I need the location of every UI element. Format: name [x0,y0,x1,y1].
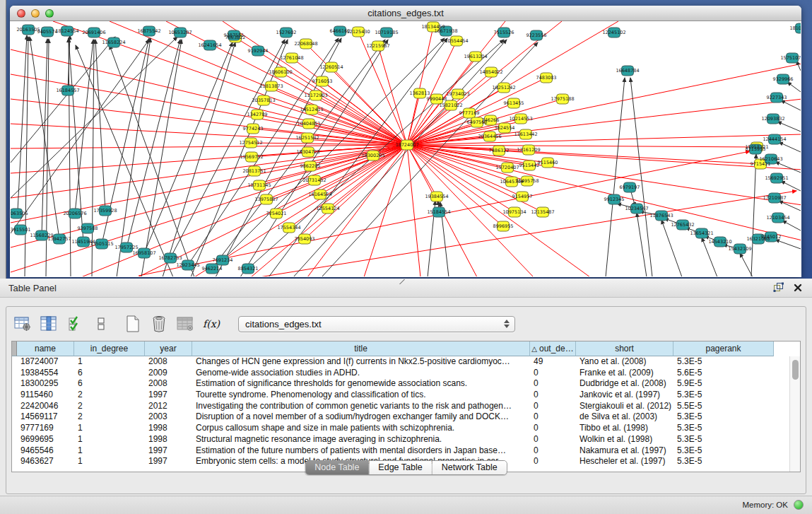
table-row[interactable]: 911546021997Tourette syndrome. Phenomeno… [12,390,789,401]
cell-out-degree[interactable]: 0 [530,445,576,457]
tab-network-table[interactable]: Network Table [433,461,507,474]
cell-pagerank[interactable]: 5.3E-5 [673,356,774,368]
cell-title[interactable]: Disruption of a novel member of a sodium… [192,411,530,423]
column-header-short[interactable]: short [576,341,673,356]
column-header-year[interactable]: year [145,341,192,356]
cell-out-degree[interactable]: 0 [530,378,576,390]
panel-resize-handle[interactable] [399,279,406,284]
table-row[interactable]: 1872400712008Changes of HCN gene express… [12,356,789,368]
table-row[interactable]: 1938455462009Genome-wide association stu… [12,368,789,379]
cell-year[interactable]: 2009 [145,368,192,379]
column-header-in-degree[interactable]: in_degree [74,341,145,356]
cell-short[interactable]: de Silva et al. (2003) [576,411,673,423]
cell-title[interactable]: Estimation of the future numbers of pati… [192,445,530,457]
table-settings-button[interactable] [12,313,33,334]
cell-year[interactable]: 1997 [145,390,192,401]
cell-out-degree[interactable]: 49 [530,356,576,368]
function-builder-button[interactable]: f(x) [201,313,222,334]
cell-name[interactable]: 9699695 [17,434,74,445]
float-window-icon[interactable] [773,282,784,295]
cell-name[interactable]: 9463627 [17,456,74,467]
cell-pagerank[interactable]: 5.3E-5 [673,423,774,434]
memory-ok-indicator[interactable] [794,500,804,510]
table-row[interactable]: 977716911998Corpus callosum shape and si… [12,423,789,434]
cell-title[interactable]: Genome-wide association studies in ADHD. [192,368,530,379]
cell-pagerank[interactable]: 5.5E-5 [673,401,774,412]
cell-short[interactable]: Hescheler et al. (1997) [576,456,673,467]
cell-pagerank[interactable]: 5.3E-5 [673,434,774,445]
cell-pagerank[interactable]: 5.3E-5 [673,411,774,423]
cell-in-degree[interactable]: 1 [74,356,145,368]
scrollbar-thumb[interactable] [792,360,799,380]
tab-edge-table[interactable]: Edge Table [369,461,432,474]
cell-in-degree[interactable]: 2 [74,390,145,401]
cell-short[interactable]: Franke et al. (2009) [576,368,673,379]
table-row[interactable]: 1456911722003Disruption of a novel membe… [12,411,789,423]
cell-out-degree[interactable]: 0 [530,401,576,412]
cell-out-degree[interactable]: 0 [530,456,576,467]
cell-title[interactable]: Structural magnetic resonance image aver… [192,434,530,445]
cell-pagerank[interactable]: 5.6E-5 [673,368,774,379]
cell-name[interactable]: 9465546 [17,445,74,457]
select-all-rows-button[interactable] [64,313,86,334]
table-row[interactable]: 1830029562008Estimation of significance … [12,378,789,390]
cell-in-degree[interactable]: 1 [74,434,145,445]
cell-pagerank[interactable]: 5.3E-5 [673,390,774,401]
table-row[interactable]: 2242004622012Investigating the contribut… [12,401,789,412]
cell-name[interactable]: 19384554 [17,368,74,379]
cell-year[interactable]: 2008 [145,356,192,368]
citation-network-graph[interactable]: 1872400722068048127610481860610021813873… [11,21,801,276]
cell-year[interactable]: 1997 [145,445,192,457]
delete-table-button[interactable] [148,313,170,334]
cell-in-degree[interactable]: 1 [74,456,145,467]
cell-name[interactable]: 14569117 [17,411,74,423]
cell-name[interactable]: 9777169 [17,423,74,434]
cell-in-degree[interactable]: 1 [74,423,145,434]
cell-year[interactable]: 1998 [145,423,192,434]
cell-name[interactable]: 9115460 [17,390,74,401]
cell-year[interactable]: 2008 [145,378,192,390]
cell-year[interactable]: 1997 [145,456,192,467]
cell-title[interactable]: Investigating the contribution of common… [192,401,530,412]
cell-name[interactable]: 18724007 [17,356,74,368]
cell-short[interactable]: Nakamura et al. (1997) [576,445,673,457]
cell-in-degree[interactable]: 2 [74,401,145,412]
column-header-title[interactable]: title [192,341,530,356]
close-panel-icon[interactable] [794,282,802,295]
left-panel-edge[interactable] [0,0,6,279]
cell-title[interactable]: Tourette syndrome. Phenomenology and cla… [192,390,530,401]
select-columns-button[interactable] [38,313,59,334]
tab-node-table[interactable]: Node Table [305,461,369,474]
cell-name[interactable]: 18300295 [17,378,74,390]
cell-pagerank[interactable]: 5.3E-5 [673,456,774,467]
cell-title[interactable]: Changes of HCN gene expression and I(f) … [192,356,530,368]
cell-out-degree[interactable]: 0 [530,390,576,401]
cell-short[interactable]: Stergiakouli et al. (2012) [576,401,673,412]
network-canvas[interactable]: 1872400722068048127610481860610021813873… [11,21,801,276]
column-header-name[interactable]: name [17,341,74,356]
cell-pagerank[interactable]: 5.3E-5 [673,445,774,457]
cell-out-degree[interactable]: 0 [530,368,576,379]
cell-short[interactable]: Jankovic et al. (1997) [576,390,673,401]
cell-year[interactable]: 1998 [145,434,192,445]
cell-pagerank[interactable]: 5.9E-5 [673,378,774,390]
table-row[interactable]: 969969511998Structural magnetic resonanc… [12,434,789,445]
vertical-scrollbar[interactable] [789,356,800,472]
cell-short[interactable]: Dudbridge et al. (2008) [576,378,673,390]
table-selector-dropdown[interactable]: citations_edges.txt [238,316,515,332]
cell-out-degree[interactable]: 0 [530,423,576,434]
cell-title[interactable]: Estimation of significance thresholds fo… [192,378,530,390]
toggle-rows-button[interactable] [90,313,112,334]
cell-short[interactable]: Yano et al. (2008) [576,356,673,368]
cell-out-degree[interactable]: 0 [530,434,576,445]
column-header-out-degree[interactable]: △out_de… [530,341,576,356]
cell-short[interactable]: Wolkin et al. (1998) [576,434,673,445]
column-header-pagerank[interactable]: pagerank [673,341,774,356]
cell-title[interactable]: Corpus callosum shape and size in male p… [192,423,530,434]
cell-in-degree[interactable]: 6 [74,368,145,379]
cell-in-degree[interactable]: 1 [74,445,145,457]
table-row[interactable]: 946554611997Estimation of the future num… [12,445,789,457]
cell-year[interactable]: 2003 [145,411,192,423]
cell-out-degree[interactable]: 0 [530,411,576,423]
cell-in-degree[interactable]: 2 [74,411,145,423]
